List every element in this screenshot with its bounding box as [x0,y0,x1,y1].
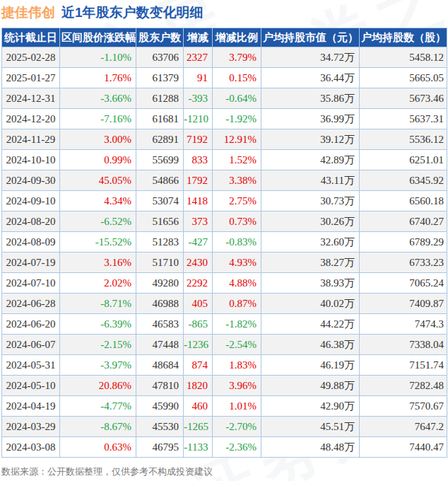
table-cell-avg_shares: 7474.3 [360,314,447,335]
table-cell-date: 2024-05-31 [2,355,60,376]
table-cell-avg_mv: 43.11万 [261,170,360,191]
table-cell-delta: -393 [184,88,213,109]
table-cell-holders: 51710 [136,253,184,273]
table-cell-delta: -1210 [184,109,213,129]
table-header-row: 统计截止日区间股价涨跌幅股东户数增减增减比例户均持股市值（元）户均持股数（股） [2,28,447,47]
column-header: 股东户数 [136,28,184,47]
table-cell-date: 2024-06-07 [2,335,60,355]
table-cell-date: 2024-05-10 [2,376,60,396]
table-cell-avg_mv: 46.38万 [261,335,360,355]
table-cell-avg_shares: 7282.48 [360,376,447,396]
table-cell-holders: 46583 [136,314,184,335]
table-cell-delta: 2430 [184,253,213,273]
table-cell-avg_mv: 39.12万 [261,129,360,150]
table-cell-avg_mv: 32.60万 [261,232,360,253]
table-cell-date: 2024-08-09 [2,232,60,253]
table-cell-delta: 405 [184,294,213,314]
table-cell-range_change: 3.00% [60,129,136,150]
table-cell-delta: -1265 [184,417,213,437]
table-row: 2024-12-31-3.66%61288-393-0.64%35.86万567… [2,88,447,109]
table-cell-holders: 46988 [136,294,184,314]
table-cell-holders: 45530 [136,417,184,437]
table-cell-delta: 460 [184,396,213,417]
table-cell-date: 2024-12-20 [2,109,60,129]
table-cell-delta: 874 [184,355,213,376]
table-cell-avg_mv: 42.90万 [261,396,360,417]
table-cell-date: 2024-11-29 [2,129,60,150]
table-cell-delta_pct: 3.79% [213,47,261,68]
table-cell-avg_mv: 40.02万 [261,294,360,314]
table-cell-avg_shares: 7647.2 [360,417,447,437]
table-cell-delta_pct: 1.52% [213,150,261,170]
table-header: 统计截止日区间股价涨跌幅股东户数增减增减比例户均持股市值（元）户均持股数（股） [2,28,447,47]
table-cell-date: 2024-03-29 [2,417,60,437]
table-cell-avg_shares: 6251.01 [360,150,447,170]
table-cell-avg_shares: 5665.05 [360,68,447,88]
table-cell-avg_shares: 6345.92 [360,170,447,191]
table-cell-range_change: 1.76% [60,68,136,88]
table-row: 2024-08-20-6.52%516563730.73%30.26万6740.… [2,211,447,232]
table-cell-delta_pct: 1.83% [213,355,261,376]
table-cell-delta: 2292 [184,273,213,294]
table-cell-delta: 1418 [184,191,213,211]
table-cell-avg_mv: 34.72万 [261,47,360,68]
table-cell-avg_shares: 5536.12 [360,129,447,150]
table-row: 2024-10-100.99%556998331.52%42.89万6251.0… [2,150,447,170]
table-cell-range_change: 2.02% [60,273,136,294]
table-row: 2024-09-104.34%5307414182.75%30.73万6560.… [2,191,447,211]
table-row: 2024-06-28-8.71%469884050.87%40.02万7409.… [2,294,447,314]
table-cell-range_change: -7.16% [60,109,136,129]
table-cell-range_change: -3.97% [60,355,136,376]
column-header: 增减 [184,28,213,47]
table-cell-avg_shares: 5673.46 [360,88,447,109]
table-row: 2024-04-19-4.77%459904601.01%42.90万7570.… [2,396,447,417]
table-cell-avg_mv: 30.73万 [261,191,360,211]
table-cell-date: 2024-08-20 [2,211,60,232]
table-cell-delta: -1133 [184,437,213,458]
table-row: 2025-02-28-1.10%6370623273.79%34.72万5458… [2,47,447,68]
table-cell-holders: 54866 [136,170,184,191]
table-cell-date: 2024-12-31 [2,88,60,109]
table-cell-avg_mv: 42.89万 [261,150,360,170]
table-cell-delta_pct: 4.88% [213,273,261,294]
table-cell-avg_shares: 7570.67 [360,396,447,417]
table-cell-date: 2024-07-19 [2,253,60,273]
table-cell-range_change: 20.86% [60,376,136,396]
table-cell-range_change: -4.77% [60,396,136,417]
table-cell-delta: 1820 [184,376,213,396]
table-cell-delta_pct: 0.73% [213,211,261,232]
title-text: 近1年股东户数变化明细 [61,5,204,20]
table-cell-avg_shares: 7440.47 [360,437,447,458]
table-cell-date: 2024-06-28 [2,294,60,314]
table-cell-avg_shares: 7065.24 [360,273,447,294]
table-cell-delta: 1792 [184,170,213,191]
column-header: 统计截止日 [2,28,60,47]
table-cell-delta: 373 [184,211,213,232]
table-cell-date: 2024-06-20 [2,314,60,335]
table-cell-holders: 61379 [136,68,184,88]
table-cell-range_change: 0.63% [60,437,136,458]
table-cell-range_change: -3.66% [60,88,136,109]
shareholder-table: 统计截止日区间股价涨跌幅股东户数增减增减比例户均持股市值（元）户均持股数（股） … [1,28,447,458]
table-cell-range_change: -1.10% [60,47,136,68]
table-cell-holders: 49280 [136,273,184,294]
table-cell-range_change: 0.99% [60,150,136,170]
table-cell-holders: 47448 [136,335,184,355]
table-cell-date: 2024-09-10 [2,191,60,211]
table-cell-holders: 55699 [136,150,184,170]
table-cell-delta_pct: 2.75% [213,191,261,211]
table-cell-delta_pct: -2.54% [213,335,261,355]
table-cell-date: 2024-07-10 [2,273,60,294]
stock-name: 捷佳伟创 [1,5,55,20]
table-body: 2025-02-28-1.10%6370623273.79%34.72万5458… [2,47,447,458]
table-cell-holders: 61681 [136,109,184,129]
table-cell-delta: 7192 [184,129,213,150]
table-cell-delta_pct: -0.83% [213,232,261,253]
table-row: 2025-01-271.76%61379910.15%36.44万5665.05 [2,68,447,88]
table-cell-delta: -1236 [184,335,213,355]
table-cell-delta_pct: 0.15% [213,68,261,88]
table-cell-avg_shares: 7409.87 [360,294,447,314]
table-row: 2024-03-29-8.67%45530-1265-2.70%45.51万76… [2,417,447,437]
table-cell-range_change: 4.34% [60,191,136,211]
table-cell-delta_pct: 1.01% [213,396,261,417]
